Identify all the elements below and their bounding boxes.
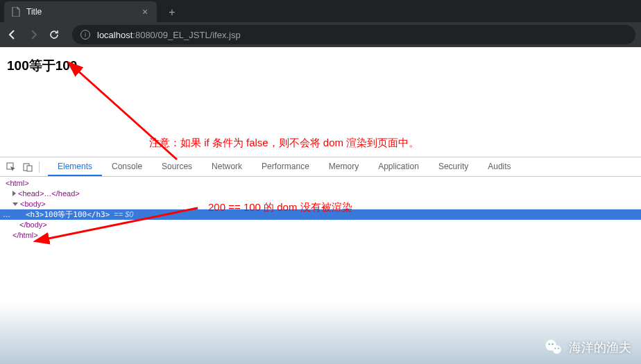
wechat-icon bbox=[544, 338, 563, 357]
tab-network[interactable]: Network bbox=[202, 157, 252, 176]
forward-button[interactable] bbox=[26, 28, 40, 42]
devtools-toolbar: Elements Console Sources Network Perform… bbox=[0, 157, 641, 177]
page-heading: 100等于100 bbox=[7, 57, 634, 75]
svg-point-10 bbox=[558, 348, 559, 349]
annotation-2: 200 == 100 的 dom 没有被渲染 bbox=[208, 201, 352, 214]
url-host: localhost bbox=[97, 30, 133, 40]
tab-application[interactable]: Application bbox=[368, 157, 429, 176]
device-toggle-icon[interactable] bbox=[19, 159, 36, 175]
close-icon[interactable]: × bbox=[140, 7, 150, 17]
dom-head[interactable]: <head>…</head> bbox=[0, 189, 641, 199]
svg-rect-4 bbox=[27, 166, 32, 171]
inspect-icon[interactable] bbox=[3, 159, 19, 175]
back-button[interactable] bbox=[6, 28, 19, 42]
address-bar[interactable]: i localhost:8080/09_EL_JSTL/ifex.jsp bbox=[72, 25, 635, 44]
browser-tab[interactable]: Title × bbox=[4, 1, 157, 22]
reload-button[interactable] bbox=[47, 28, 61, 42]
tab-title: Title bbox=[26, 7, 140, 17]
watermark-text: 海洋的渔夫 bbox=[569, 339, 631, 356]
watermark: 海洋的渔夫 bbox=[544, 338, 631, 357]
tab-performance[interactable]: Performance bbox=[252, 157, 319, 176]
dom-body-close[interactable]: </body> bbox=[0, 220, 641, 230]
page-icon bbox=[11, 7, 21, 17]
svg-point-6 bbox=[552, 345, 561, 354]
devtools-panel: Elements Console Sources Network Perform… bbox=[0, 157, 641, 242]
svg-point-7 bbox=[549, 343, 550, 345]
devtools-tabs: Elements Console Sources Network Perform… bbox=[48, 157, 521, 176]
tab-sources[interactable]: Sources bbox=[152, 157, 202, 176]
dom-html-close[interactable]: </html> bbox=[0, 230, 641, 241]
svg-point-8 bbox=[552, 343, 553, 345]
dom-html-open[interactable]: <html> bbox=[0, 178, 641, 189]
tab-audits[interactable]: Audits bbox=[478, 157, 520, 176]
new-tab-button[interactable]: + bbox=[162, 3, 182, 22]
browser-toolbar: i localhost:8080/09_EL_JSTL/ifex.jsp bbox=[0, 22, 641, 47]
tab-memory[interactable]: Memory bbox=[319, 157, 368, 176]
tab-console[interactable]: Console bbox=[102, 157, 152, 176]
browser-tab-strip: Title × + bbox=[0, 0, 641, 22]
tab-elements[interactable]: Elements bbox=[48, 157, 102, 176]
site-info-icon[interactable]: i bbox=[80, 30, 90, 40]
tab-security[interactable]: Security bbox=[429, 157, 478, 176]
annotation-1: 注意：如果 if 条件为 false，则不会将 dom 渲染到页面中。 bbox=[149, 137, 419, 150]
url-path: :8080/09_EL_JSTL/ifex.jsp bbox=[133, 30, 240, 40]
svg-point-9 bbox=[554, 348, 556, 349]
